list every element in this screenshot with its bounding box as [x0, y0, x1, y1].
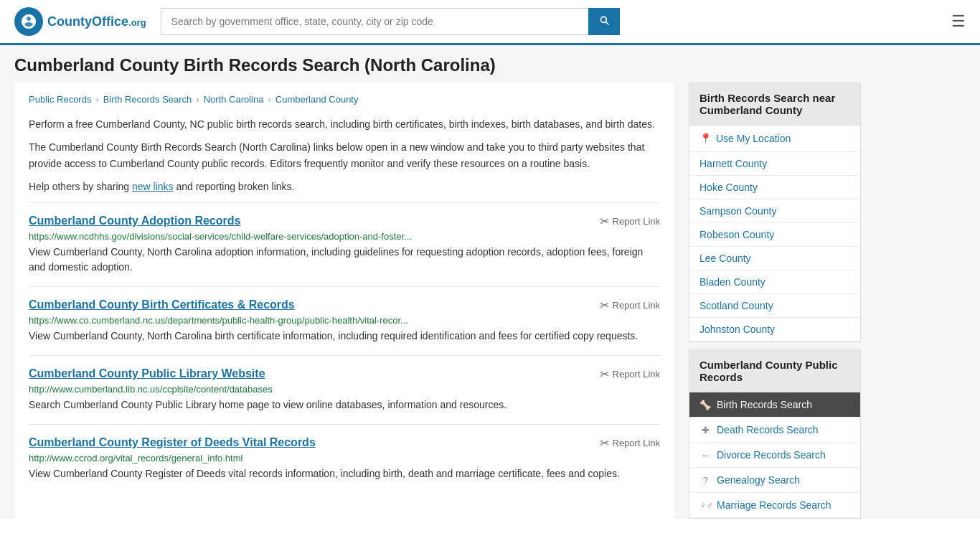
result-url-0: https://www.ncdhhs.gov/divisions/social-…: [29, 231, 660, 242]
sidebar-county-item: Hoke County: [689, 176, 860, 199]
county-link-5[interactable]: Bladen County: [699, 276, 765, 288]
report-link-button-2[interactable]: ✂ Report Link: [600, 367, 660, 381]
scissors-icon: ✂: [600, 215, 609, 228]
report-link-button-0[interactable]: ✂ Report Link: [600, 215, 660, 228]
result-title-2[interactable]: Cumberland County Public Library Website: [29, 367, 265, 380]
result-header: Cumberland County Adoption Records ✂ Rep…: [29, 215, 660, 228]
sidebar-county-item: Bladen County: [689, 270, 860, 294]
site-header: CountyOffice.org ☰: [0, 0, 980, 45]
record-link-1[interactable]: Death Records Search: [717, 424, 819, 435]
result-item: Cumberland County Register of Deeds Vita…: [29, 424, 660, 493]
use-location-link[interactable]: Use My Location: [716, 133, 791, 144]
county-link-3[interactable]: Robeson County: [699, 229, 774, 240]
location-pin-icon: 📍: [699, 133, 712, 144]
breadcrumb: Public Records › Birth Records Search › …: [29, 94, 660, 105]
menu-button[interactable]: ☰: [951, 12, 966, 31]
sidebar: Birth Records Search near Cumberland Cou…: [689, 83, 861, 519]
sidebar-records-section: Cumberland County Public Records 🦴Birth …: [689, 349, 861, 519]
breadcrumb-north-carolina[interactable]: North Carolina: [204, 94, 264, 105]
report-link-button-1[interactable]: ✂ Report Link: [600, 298, 660, 312]
scissors-icon: ✂: [600, 298, 609, 312]
scissors-icon: ✂: [600, 436, 609, 450]
record-icon-2: ↔: [699, 450, 711, 461]
county-list: Harnett CountyHoke CountySampson CountyR…: [689, 152, 860, 342]
sidebar-record-item-3[interactable]: ?Genealogy Search: [689, 468, 860, 493]
result-header: Cumberland County Public Library Website…: [29, 367, 660, 381]
sidebar-record-item-0[interactable]: 🦴Birth Records Search: [689, 392, 860, 418]
county-link-7[interactable]: Johnston County: [699, 324, 775, 335]
result-item: Cumberland County Birth Certificates & R…: [29, 286, 660, 355]
report-link-button-3[interactable]: ✂ Report Link: [600, 436, 660, 450]
search-bar: [161, 8, 620, 35]
record-icon-1: ✚: [699, 425, 711, 435]
use-my-location[interactable]: 📍 Use My Location: [689, 126, 860, 152]
result-url-2: http://www.cumberland.lib.nc.us/ccplsite…: [29, 384, 660, 395]
result-title-3[interactable]: Cumberland County Register of Deeds Vita…: [29, 436, 316, 449]
page-title-bar: Cumberland County Birth Records Search (…: [0, 45, 980, 83]
intro-p2: The Cumberland County Birth Records Sear…: [29, 139, 660, 171]
search-button[interactable]: [588, 8, 620, 35]
result-title-1[interactable]: Cumberland County Birth Certificates & R…: [29, 298, 295, 311]
result-item: Cumberland County Adoption Records ✂ Rep…: [29, 202, 660, 286]
new-links-link[interactable]: new links: [132, 181, 174, 192]
sidebar-county-item: Johnston County: [689, 318, 860, 342]
result-url-3: http://www.ccrod.org/vital_records/gener…: [29, 453, 660, 463]
sidebar-record-item-2[interactable]: ↔Divorce Records Search: [689, 443, 860, 468]
site-logo[interactable]: CountyOffice.org: [14, 7, 146, 36]
breadcrumb-birth-records[interactable]: Birth Records Search: [103, 94, 192, 105]
scissors-icon: ✂: [600, 367, 609, 381]
result-desc-1: View Cumberland County, North Carolina b…: [29, 329, 660, 344]
logo-icon: [14, 7, 43, 36]
intro-p1: Perform a free Cumberland County, NC pub…: [29, 116, 660, 132]
sidebar-near-section: Birth Records Search near Cumberland Cou…: [689, 83, 861, 342]
county-link-4[interactable]: Lee County: [699, 253, 751, 264]
sidebar-county-item: Robeson County: [689, 223, 860, 247]
result-desc-3: View Cumberland County Register of Deeds…: [29, 466, 660, 481]
page-title: Cumberland County Birth Records Search (…: [14, 55, 966, 83]
sidebar-county-item: Lee County: [689, 247, 860, 270]
sidebar-county-item: Sampson County: [689, 199, 860, 223]
result-title-0[interactable]: Cumberland County Adoption Records: [29, 215, 240, 227]
record-link-2[interactable]: Divorce Records Search: [717, 449, 826, 461]
result-header: Cumberland County Register of Deeds Vita…: [29, 436, 660, 450]
county-link-0[interactable]: Harnett County: [699, 158, 767, 169]
result-url-1: https://www.co.cumberland.nc.us/departme…: [29, 315, 660, 326]
record-icon-3: ?: [699, 475, 711, 486]
result-header: Cumberland County Birth Certificates & R…: [29, 298, 660, 312]
county-link-1[interactable]: Hoke County: [699, 182, 758, 193]
record-label-0: Birth Records Search: [717, 399, 812, 410]
logo-text: CountyOffice.org: [47, 14, 146, 29]
record-link-4[interactable]: Marriage Records Search: [717, 499, 831, 511]
sidebar-record-item-4[interactable]: ♀♂Marriage Records Search: [689, 493, 860, 518]
record-link-3[interactable]: Genealogy Search: [717, 474, 800, 486]
result-desc-0: View Cumberland County, North Carolina a…: [29, 245, 660, 275]
sidebar-near-title: Birth Records Search near Cumberland Cou…: [689, 83, 860, 126]
results-list: Cumberland County Adoption Records ✂ Rep…: [29, 202, 660, 493]
content-area: Public Records › Birth Records Search › …: [14, 83, 674, 519]
sidebar-records-title: Cumberland County Public Records: [689, 350, 860, 392]
result-desc-2: Search Cumberland County Public Library …: [29, 397, 660, 413]
breadcrumb-cumberland-county[interactable]: Cumberland County: [275, 94, 359, 105]
result-item: Cumberland County Public Library Website…: [29, 355, 660, 424]
sidebar-county-item: Harnett County: [689, 152, 860, 176]
search-input[interactable]: [161, 8, 588, 35]
records-list: 🦴Birth Records Search✚Death Records Sear…: [689, 392, 860, 518]
sidebar-county-item: Scotland County: [689, 294, 860, 318]
sidebar-record-item-1[interactable]: ✚Death Records Search: [689, 418, 860, 443]
record-icon-0: 🦴: [699, 400, 711, 410]
county-link-2[interactable]: Sampson County: [699, 205, 776, 217]
breadcrumb-public-records[interactable]: Public Records: [29, 94, 91, 105]
county-link-6[interactable]: Scotland County: [699, 300, 773, 311]
intro-p3: Help others by sharing new links and rep…: [29, 179, 660, 194]
record-icon-4: ♀♂: [699, 500, 711, 511]
main-layout: Public Records › Birth Records Search › …: [0, 83, 980, 519]
